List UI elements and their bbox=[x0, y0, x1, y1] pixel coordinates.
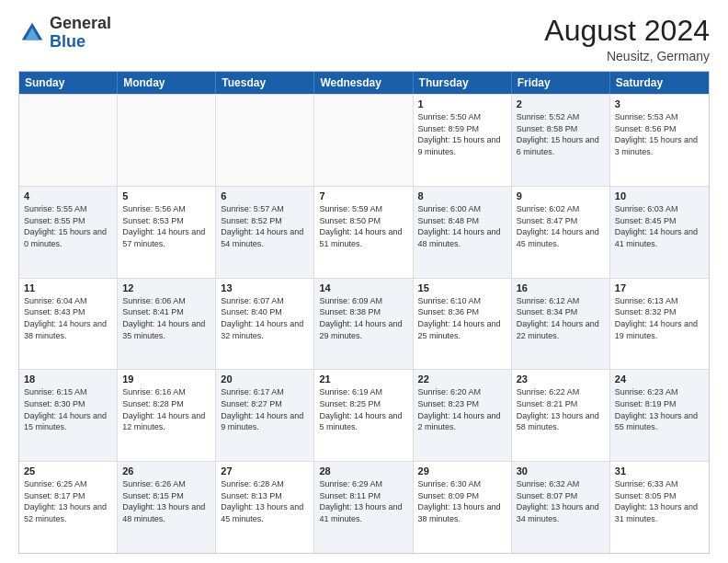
cal-cell-25: 25Sunrise: 6:25 AM Sunset: 8:17 PM Dayli… bbox=[19, 462, 118, 553]
cal-cell-2: 2Sunrise: 5:52 AM Sunset: 8:58 PM Daylig… bbox=[512, 95, 610, 186]
day-number-17: 17 bbox=[615, 282, 704, 293]
cal-cell-empty bbox=[216, 95, 314, 186]
cell-info-2: Sunrise: 5:52 AM Sunset: 8:58 PM Dayligh… bbox=[517, 111, 605, 157]
cell-info-26: Sunrise: 6:26 AM Sunset: 8:15 PM Dayligh… bbox=[122, 478, 210, 524]
calendar-body: 1Sunrise: 5:50 AM Sunset: 8:59 PM Daylig… bbox=[19, 94, 709, 553]
cal-cell-30: 30Sunrise: 6:32 AM Sunset: 8:07 PM Dayli… bbox=[512, 462, 610, 553]
cell-info-24: Sunrise: 6:23 AM Sunset: 8:19 PM Dayligh… bbox=[615, 386, 704, 432]
day-number-14: 14 bbox=[319, 282, 407, 293]
day-number-21: 21 bbox=[319, 373, 407, 385]
cal-header-day-tuesday: Tuesday bbox=[216, 72, 314, 94]
day-number-12: 12 bbox=[122, 282, 210, 293]
cal-cell-23: 23Sunrise: 6:22 AM Sunset: 8:21 PM Dayli… bbox=[512, 370, 610, 461]
cell-info-8: Sunrise: 6:00 AM Sunset: 8:48 PM Dayligh… bbox=[418, 203, 506, 249]
day-number-6: 6 bbox=[221, 190, 309, 201]
cal-cell-24: 24Sunrise: 6:23 AM Sunset: 8:19 PM Dayli… bbox=[610, 370, 709, 461]
day-number-31: 31 bbox=[615, 465, 704, 477]
cell-info-29: Sunrise: 6:30 AM Sunset: 8:09 PM Dayligh… bbox=[418, 478, 506, 524]
cal-cell-21: 21Sunrise: 6:19 AM Sunset: 8:25 PM Dayli… bbox=[314, 370, 413, 461]
cal-cell-3: 3Sunrise: 5:53 AM Sunset: 8:56 PM Daylig… bbox=[610, 95, 709, 186]
cal-row-1: 4Sunrise: 5:55 AM Sunset: 8:55 PM Daylig… bbox=[19, 186, 709, 278]
cell-info-4: Sunrise: 5:55 AM Sunset: 8:55 PM Dayligh… bbox=[24, 203, 112, 249]
cal-cell-29: 29Sunrise: 6:30 AM Sunset: 8:09 PM Dayli… bbox=[414, 462, 512, 553]
day-number-2: 2 bbox=[517, 98, 605, 109]
cal-header-day-saturday: Saturday bbox=[610, 72, 709, 94]
cal-row-4: 25Sunrise: 6:25 AM Sunset: 8:17 PM Dayli… bbox=[19, 461, 709, 553]
logo-general: General bbox=[50, 14, 111, 32]
day-number-9: 9 bbox=[517, 190, 605, 201]
cell-info-9: Sunrise: 6:02 AM Sunset: 8:47 PM Dayligh… bbox=[517, 203, 605, 249]
cal-row-2: 11Sunrise: 6:04 AM Sunset: 8:43 PM Dayli… bbox=[19, 278, 709, 370]
day-number-7: 7 bbox=[319, 190, 407, 201]
day-number-3: 3 bbox=[615, 98, 704, 109]
cal-header-day-monday: Monday bbox=[118, 72, 216, 94]
cal-cell-12: 12Sunrise: 6:06 AM Sunset: 8:41 PM Dayli… bbox=[118, 279, 216, 370]
day-number-5: 5 bbox=[122, 190, 210, 201]
cell-info-3: Sunrise: 5:53 AM Sunset: 8:56 PM Dayligh… bbox=[615, 111, 704, 157]
page: General Blue August 2024 Neusitz, German… bbox=[0, 0, 728, 563]
cal-row-3: 18Sunrise: 6:15 AM Sunset: 8:30 PM Dayli… bbox=[19, 369, 709, 461]
cal-cell-empty bbox=[118, 95, 216, 186]
cell-info-16: Sunrise: 6:12 AM Sunset: 8:34 PM Dayligh… bbox=[517, 295, 605, 341]
cal-cell-20: 20Sunrise: 6:17 AM Sunset: 8:27 PM Dayli… bbox=[216, 370, 314, 461]
cal-cell-28: 28Sunrise: 6:29 AM Sunset: 8:11 PM Dayli… bbox=[314, 462, 413, 553]
title-block: August 2024 Neusitz, Germany bbox=[544, 15, 710, 63]
header: General Blue August 2024 Neusitz, German… bbox=[18, 15, 710, 63]
cell-info-14: Sunrise: 6:09 AM Sunset: 8:38 PM Dayligh… bbox=[319, 295, 407, 341]
cell-info-17: Sunrise: 6:13 AM Sunset: 8:32 PM Dayligh… bbox=[615, 295, 704, 341]
cell-info-13: Sunrise: 6:07 AM Sunset: 8:40 PM Dayligh… bbox=[221, 295, 309, 341]
cal-cell-14: 14Sunrise: 6:09 AM Sunset: 8:38 PM Dayli… bbox=[314, 279, 413, 370]
day-number-11: 11 bbox=[24, 282, 112, 293]
cal-cell-10: 10Sunrise: 6:03 AM Sunset: 8:45 PM Dayli… bbox=[610, 187, 709, 278]
cell-info-5: Sunrise: 5:56 AM Sunset: 8:53 PM Dayligh… bbox=[122, 203, 210, 249]
cal-cell-empty bbox=[19, 95, 118, 186]
cal-cell-16: 16Sunrise: 6:12 AM Sunset: 8:34 PM Dayli… bbox=[512, 279, 610, 370]
cell-info-30: Sunrise: 6:32 AM Sunset: 8:07 PM Dayligh… bbox=[517, 478, 605, 524]
cal-cell-19: 19Sunrise: 6:16 AM Sunset: 8:28 PM Dayli… bbox=[118, 370, 216, 461]
day-number-23: 23 bbox=[517, 373, 605, 385]
day-number-4: 4 bbox=[24, 190, 112, 201]
cell-info-31: Sunrise: 6:33 AM Sunset: 8:05 PM Dayligh… bbox=[615, 478, 704, 524]
cell-info-22: Sunrise: 6:20 AM Sunset: 8:23 PM Dayligh… bbox=[418, 386, 506, 432]
day-number-13: 13 bbox=[221, 282, 309, 293]
cell-info-7: Sunrise: 5:59 AM Sunset: 8:50 PM Dayligh… bbox=[319, 203, 407, 249]
day-number-18: 18 bbox=[24, 373, 112, 385]
logo-text: General Blue bbox=[50, 15, 111, 52]
cell-info-27: Sunrise: 6:28 AM Sunset: 8:13 PM Dayligh… bbox=[221, 478, 309, 524]
cell-info-28: Sunrise: 6:29 AM Sunset: 8:11 PM Dayligh… bbox=[319, 478, 407, 524]
cal-cell-18: 18Sunrise: 6:15 AM Sunset: 8:30 PM Dayli… bbox=[19, 370, 118, 461]
cell-info-23: Sunrise: 6:22 AM Sunset: 8:21 PM Dayligh… bbox=[517, 386, 605, 432]
day-number-16: 16 bbox=[517, 282, 605, 293]
day-number-28: 28 bbox=[319, 465, 407, 477]
calendar: SundayMondayTuesdayWednesdayThursdayFrid… bbox=[18, 71, 710, 554]
cell-info-1: Sunrise: 5:50 AM Sunset: 8:59 PM Dayligh… bbox=[418, 111, 506, 157]
cal-cell-9: 9Sunrise: 6:02 AM Sunset: 8:47 PM Daylig… bbox=[512, 187, 610, 278]
logo: General Blue bbox=[18, 15, 111, 52]
cell-info-18: Sunrise: 6:15 AM Sunset: 8:30 PM Dayligh… bbox=[24, 386, 112, 432]
cell-info-10: Sunrise: 6:03 AM Sunset: 8:45 PM Dayligh… bbox=[615, 203, 704, 249]
calendar-header: SundayMondayTuesdayWednesdayThursdayFrid… bbox=[19, 72, 709, 94]
cell-info-21: Sunrise: 6:19 AM Sunset: 8:25 PM Dayligh… bbox=[319, 386, 407, 432]
cell-info-11: Sunrise: 6:04 AM Sunset: 8:43 PM Dayligh… bbox=[24, 295, 112, 341]
month-title: August 2024 bbox=[544, 15, 710, 47]
cal-cell-8: 8Sunrise: 6:00 AM Sunset: 8:48 PM Daylig… bbox=[414, 187, 512, 278]
logo-blue: Blue bbox=[50, 32, 85, 51]
day-number-19: 19 bbox=[122, 373, 210, 385]
cell-info-15: Sunrise: 6:10 AM Sunset: 8:36 PM Dayligh… bbox=[418, 295, 506, 341]
day-number-8: 8 bbox=[418, 190, 506, 201]
cal-cell-5: 5Sunrise: 5:56 AM Sunset: 8:53 PM Daylig… bbox=[118, 187, 216, 278]
day-number-27: 27 bbox=[221, 465, 309, 477]
cal-cell-empty bbox=[314, 95, 413, 186]
cal-cell-17: 17Sunrise: 6:13 AM Sunset: 8:32 PM Dayli… bbox=[610, 279, 709, 370]
cal-header-day-sunday: Sunday bbox=[19, 72, 118, 94]
cal-header-day-thursday: Thursday bbox=[414, 72, 512, 94]
cal-cell-26: 26Sunrise: 6:26 AM Sunset: 8:15 PM Dayli… bbox=[118, 462, 216, 553]
cal-header-day-wednesday: Wednesday bbox=[314, 72, 413, 94]
day-number-29: 29 bbox=[418, 465, 506, 477]
cell-info-20: Sunrise: 6:17 AM Sunset: 8:27 PM Dayligh… bbox=[221, 386, 309, 432]
cal-cell-4: 4Sunrise: 5:55 AM Sunset: 8:55 PM Daylig… bbox=[19, 187, 118, 278]
cal-header-day-friday: Friday bbox=[512, 72, 610, 94]
cal-cell-1: 1Sunrise: 5:50 AM Sunset: 8:59 PM Daylig… bbox=[414, 95, 512, 186]
day-number-30: 30 bbox=[517, 465, 605, 477]
cell-info-12: Sunrise: 6:06 AM Sunset: 8:41 PM Dayligh… bbox=[122, 295, 210, 341]
